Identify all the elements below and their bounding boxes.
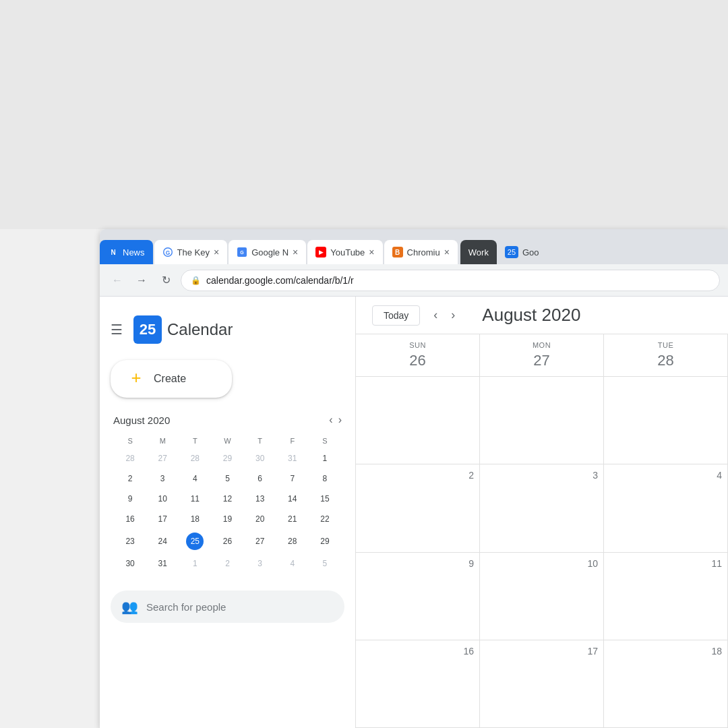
chromium-favicon: B [392, 247, 403, 257]
mini-cal-day[interactable]: 19 [212, 510, 243, 528]
cal-cell-empty2[interactable] [480, 377, 604, 464]
cell-num-9: 9 [361, 558, 474, 569]
mini-cal-day[interactable]: 27 [245, 530, 276, 553]
tab-chromium-close[interactable]: × [444, 247, 450, 257]
mini-cal-day[interactable]: 22 [309, 510, 340, 528]
days-header: SUN 26 MON 27 TUE 28 [356, 334, 728, 377]
mini-cal-day[interactable]: 10 [147, 489, 178, 508]
mini-cal-day[interactable]: 16 [115, 510, 146, 528]
day-name-mon: MON [487, 341, 597, 349]
cal-cell-16[interactable]: 16 [356, 640, 480, 728]
cell-num-11: 11 [609, 558, 722, 569]
tab-chromium[interactable]: B Chromiu × [384, 240, 458, 264]
mini-cal-day[interactable]: 12 [212, 489, 243, 508]
day-header-w: W [212, 434, 243, 448]
search-people-input[interactable]: 👥 Search for people [111, 590, 344, 623]
forward-button[interactable]: → [132, 271, 151, 290]
create-button[interactable]: + Create [111, 360, 232, 398]
tab-extra-goo[interactable]: 25 Goo [498, 240, 546, 264]
tab-the-key-label: The Key [177, 247, 210, 257]
mini-cal-day[interactable]: 28 [277, 530, 308, 553]
tab-google-news-close[interactable]: × [293, 247, 298, 257]
mini-cal-grid: S M T W T F S 28 27 28 [113, 433, 342, 574]
mini-cal-day[interactable]: 20 [245, 510, 276, 528]
mini-cal-day[interactable]: 1 [179, 554, 210, 573]
cell-num-18: 18 [609, 646, 722, 657]
mini-cal-day[interactable]: 4 [277, 554, 308, 573]
mini-cal-day[interactable]: 26 [212, 530, 243, 553]
back-button[interactable]: ← [108, 271, 127, 290]
mini-cal-day[interactable]: 4 [179, 469, 210, 488]
mini-cal-day[interactable]: 1 [309, 449, 340, 468]
tab-youtube[interactable]: ▶ YouTube × [307, 240, 382, 264]
tab-youtube-close[interactable]: × [369, 247, 374, 257]
url-text: calendar.google.com/calendar/b/1/r [206, 275, 354, 286]
plus-icon: + [127, 369, 146, 388]
mini-cal-day[interactable]: 21 [277, 510, 308, 528]
cal-cell-3[interactable]: 3 [480, 464, 604, 552]
mini-cal-day[interactable]: 31 [147, 554, 178, 573]
prev-month-button[interactable]: ‹ [433, 308, 437, 322]
reload-button[interactable]: ↻ [156, 271, 175, 290]
mini-cal-day[interactable]: 5 [212, 469, 243, 488]
cal-cell-11[interactable]: 11 [604, 553, 728, 640]
tab-the-key[interactable]: G The Key × [154, 240, 228, 264]
tab-news[interactable]: N News [100, 240, 153, 264]
cell-num-16: 16 [361, 646, 474, 657]
mini-cal-day[interactable]: 28 [115, 449, 146, 468]
mini-cal-day[interactable]: 18 [179, 510, 210, 528]
the-key-favicon: G [162, 247, 173, 257]
mini-cal-day[interactable]: 24 [147, 530, 178, 553]
mini-cal-day[interactable]: 2 [115, 469, 146, 488]
mini-cal-day[interactable]: 14 [277, 489, 308, 508]
mini-cal-day[interactable]: 3 [245, 554, 276, 573]
today-button[interactable]: Today [372, 305, 420, 326]
cal-cell-17[interactable]: 17 [480, 640, 604, 728]
top-area [0, 0, 728, 229]
mini-cal-day[interactable]: 9 [115, 489, 146, 508]
mini-cal-day[interactable]: 6 [245, 469, 276, 488]
mini-cal-day[interactable]: 31 [277, 449, 308, 468]
mini-cal-day[interactable]: 5 [309, 554, 340, 573]
mini-cal-day[interactable]: 8 [309, 469, 340, 488]
mini-cal-day[interactable]: 30 [115, 554, 146, 573]
day-header-t2: T [245, 434, 276, 448]
day-header-m: M [147, 434, 178, 448]
mini-cal-day[interactable]: 23 [115, 530, 146, 553]
cell-num-4: 4 [609, 470, 722, 481]
mini-cal-prev[interactable]: ‹ [329, 414, 332, 426]
calendar-title: Calendar [167, 320, 233, 339]
mini-cal-day[interactable]: 11 [179, 489, 210, 508]
mini-cal-day[interactable]: 17 [147, 510, 178, 528]
hamburger-menu[interactable]: ☰ [111, 322, 123, 338]
mini-cal-day[interactable]: 7 [277, 469, 308, 488]
mini-cal-day[interactable]: 25 [179, 530, 210, 553]
tab-group-work[interactable]: Work [460, 240, 497, 264]
full-cal-header: Today ‹ › August 2020 [356, 297, 728, 334]
tab-the-key-close[interactable]: × [214, 247, 219, 257]
mini-cal-day[interactable]: 29 [212, 449, 243, 468]
mini-cal-day[interactable]: 15 [309, 489, 340, 508]
mini-cal-day[interactable]: 27 [147, 449, 178, 468]
mini-cal-week-2: 9 10 11 12 13 14 15 [115, 489, 340, 508]
cal-cell-9[interactable]: 9 [356, 553, 480, 640]
address-bar[interactable]: 🔒 calendar.google.com/calendar/b/1/r [181, 270, 720, 291]
mini-cal-day[interactable]: 2 [212, 554, 243, 573]
svg-text:G: G [165, 249, 170, 256]
cal-cell-2[interactable]: 2 [356, 464, 480, 552]
mini-cal-next[interactable]: › [338, 414, 342, 426]
mini-cal-week-0: 28 27 28 29 30 31 1 [115, 449, 340, 468]
full-month-year: August 2020 [482, 305, 580, 326]
mini-cal-day[interactable]: 3 [147, 469, 178, 488]
mini-cal-day[interactable]: 29 [309, 530, 340, 553]
cal-cell-empty3[interactable] [604, 377, 728, 464]
tab-google-news[interactable]: G Google N × [229, 240, 306, 264]
cal-cell-empty1[interactable] [356, 377, 480, 464]
cal-cell-4[interactable]: 4 [604, 464, 728, 552]
mini-cal-day[interactable]: 30 [245, 449, 276, 468]
cal-cell-18[interactable]: 18 [604, 640, 728, 728]
next-month-button[interactable]: › [451, 308, 455, 322]
mini-cal-day[interactable]: 28 [179, 449, 210, 468]
mini-cal-day[interactable]: 13 [245, 489, 276, 508]
cal-cell-10[interactable]: 10 [480, 553, 604, 640]
